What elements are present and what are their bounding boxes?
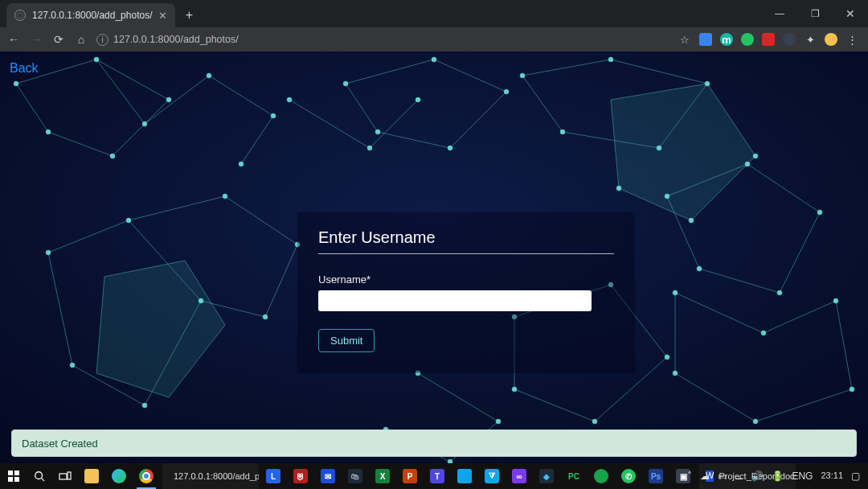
- svg-point-48: [512, 387, 517, 392]
- svg-rect-59: [14, 477, 19, 482]
- taskbar-app-store[interactable]: 🛍: [342, 463, 368, 489]
- svg-point-33: [665, 194, 669, 199]
- taskbar-app-excel[interactable]: X: [370, 463, 395, 489]
- extension-icon-3[interactable]: [741, 33, 754, 46]
- taskbar-app-teams[interactable]: T: [424, 463, 450, 489]
- svg-point-4: [94, 57, 99, 62]
- taskbar-app-pycharm[interactable]: PC: [561, 463, 587, 489]
- tray-onedrive-icon[interactable]: ☁: [700, 471, 710, 482]
- taskbar-app-generic2[interactable]: ◆: [534, 463, 559, 489]
- nav-home-button[interactable]: ⌂: [74, 33, 88, 46]
- taskbar-app-edge[interactable]: [106, 463, 132, 489]
- submit-button[interactable]: Submit: [318, 329, 375, 352]
- taskbar-app-l[interactable]: L: [260, 463, 286, 489]
- tray-volume-icon[interactable]: 🔊: [751, 471, 764, 482]
- tray-wifi-icon[interactable]: ⚊: [735, 471, 743, 482]
- taskbar-app-vs[interactable]: ∞: [506, 463, 532, 489]
- alert-text: Dataset Created: [22, 438, 98, 450]
- nav-reload-button[interactable]: ⟳: [51, 33, 66, 46]
- taskbar-app-mcafee[interactable]: ⛨: [288, 463, 313, 489]
- svg-point-50: [367, 146, 372, 150]
- url-display[interactable]: i 127.0.0.1:8000/add_photos/: [96, 34, 239, 46]
- svg-point-26: [608, 57, 613, 62]
- taskbar-app-ps[interactable]: Ps: [643, 463, 669, 489]
- svg-point-35: [817, 210, 822, 215]
- svg-point-8: [207, 73, 211, 78]
- svg-line-61: [42, 479, 45, 482]
- svg-point-21: [432, 57, 436, 62]
- svg-point-37: [697, 266, 702, 271]
- extension-icon-2[interactable]: m: [720, 33, 733, 46]
- search-icon[interactable]: [27, 463, 51, 489]
- taskbar-app-chrome[interactable]: [133, 463, 159, 489]
- nav-back-button[interactable]: ←: [6, 33, 21, 46]
- tray-clock[interactable]: 23:11: [821, 471, 843, 481]
- url-text: 127.0.0.1:8000/add_photos/: [113, 34, 239, 45]
- taskbar-app-explorer[interactable]: [79, 463, 104, 489]
- window-controls: — ❐ ✕: [762, 0, 868, 27]
- svg-point-20: [343, 81, 348, 86]
- taskbar-running-chrome[interactable]: 127.0.0.1:8000/add_ph...: [162, 463, 259, 489]
- svg-point-13: [126, 218, 131, 223]
- tray-battery-icon[interactable]: 🔋: [772, 471, 784, 482]
- svg-rect-56: [8, 471, 13, 475]
- nav-forward-button[interactable]: →: [29, 33, 43, 46]
- svg-rect-63: [68, 472, 71, 479]
- tray-meet-now-icon[interactable]: ▭: [718, 471, 727, 482]
- svg-point-39: [761, 331, 766, 335]
- tray-notifications-icon[interactable]: ▢: [851, 471, 860, 482]
- svg-point-34: [745, 162, 750, 166]
- svg-point-5: [166, 97, 171, 102]
- taskbar-app-ppt[interactable]: P: [397, 463, 423, 489]
- address-bar: ← → ⟳ ⌂ i 127.0.0.1:8000/add_photos/ ☆ m…: [0, 27, 868, 51]
- svg-point-16: [70, 363, 75, 368]
- svg-point-30: [753, 154, 758, 158]
- svg-point-42: [753, 419, 758, 424]
- taskbar-app-generic1[interactable]: [452, 463, 477, 489]
- extension-icon-4[interactable]: [762, 33, 775, 46]
- tray-chevron-up-icon[interactable]: ˄: [687, 471, 692, 482]
- username-input[interactable]: [318, 290, 592, 311]
- profile-avatar-icon[interactable]: [825, 33, 837, 46]
- bookmark-star-icon[interactable]: ☆: [678, 33, 691, 46]
- taskbar-app-spotify[interactable]: [588, 463, 614, 489]
- extensions-puzzle-icon[interactable]: ✦: [804, 33, 817, 46]
- system-tray: ˄ ☁ ▭ ⚊ 🔊 🔋 ENG 23:11 ▢: [679, 463, 868, 489]
- taskbar-app-mail[interactable]: ✉: [315, 463, 341, 489]
- browser-tab[interactable]: ◌ 127.0.0.1:8000/add_photos/ ✕: [6, 3, 175, 27]
- taskbar-app-vscode[interactable]: ⧩: [479, 463, 505, 489]
- svg-point-53: [496, 419, 501, 424]
- svg-point-31: [689, 218, 694, 223]
- svg-point-24: [375, 129, 380, 134]
- tab-close-icon[interactable]: ✕: [158, 10, 167, 22]
- svg-point-60: [35, 472, 43, 479]
- site-info-icon[interactable]: i: [96, 34, 108, 46]
- username-label: Username*: [318, 273, 614, 286]
- svg-point-32: [616, 186, 621, 191]
- svg-point-15: [142, 403, 147, 408]
- tab-favicon: ◌: [14, 10, 26, 21]
- new-tab-button[interactable]: +: [178, 5, 199, 26]
- svg-rect-57: [14, 471, 19, 475]
- svg-point-7: [46, 129, 51, 134]
- success-alert: Dataset Created: [11, 429, 857, 457]
- taskbar-app-whatsapp[interactable]: ✆: [616, 463, 641, 489]
- tray-language[interactable]: ENG: [792, 471, 813, 482]
- extension-icon-5[interactable]: [783, 33, 796, 46]
- extension-icon-1[interactable]: [699, 33, 712, 46]
- svg-point-38: [673, 290, 678, 295]
- back-link[interactable]: Back: [10, 61, 39, 76]
- svg-point-12: [46, 250, 51, 255]
- task-view-icon[interactable]: [53, 463, 77, 489]
- start-button[interactable]: [2, 463, 26, 489]
- window-close-button[interactable]: ✕: [833, 0, 868, 27]
- svg-point-3: [14, 81, 18, 86]
- tab-title: 127.0.0.1:8000/add_photos/: [32, 10, 152, 21]
- browser-menu-icon[interactable]: ⋮: [845, 33, 858, 46]
- toolbar-icons: ☆ m ✦ ⋮: [678, 33, 862, 46]
- window-minimize-button[interactable]: —: [762, 0, 797, 27]
- window-maximize-button[interactable]: ❐: [797, 0, 833, 27]
- browser-window: ◌ 127.0.0.1:8000/add_photos/ ✕ + — ❐ ✕ ←…: [0, 0, 868, 489]
- svg-point-46: [665, 355, 669, 360]
- windows-taskbar: 127.0.0.1:8000/add_ph... L ⛨ ✉ 🛍 X P T ⧩…: [0, 463, 868, 489]
